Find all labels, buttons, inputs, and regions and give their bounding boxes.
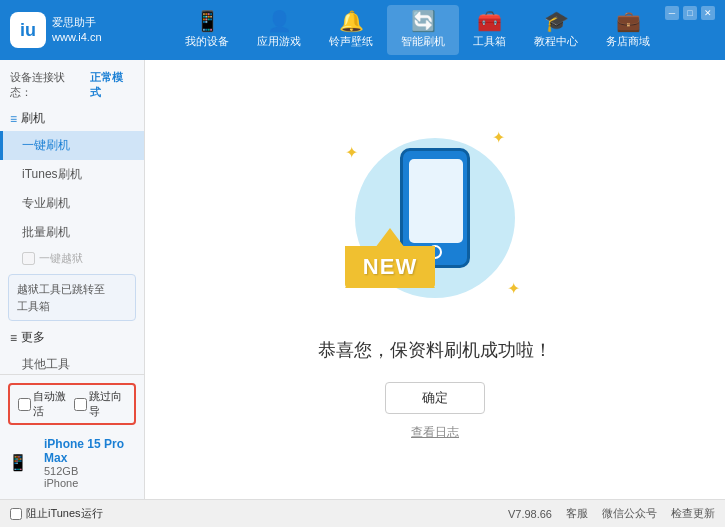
auto-activate-item: 自动激活	[18, 389, 70, 419]
sidebar-full: 设备连接状态： 正常模式 ≡ 刷机 一键刷机 iTunes刷机 专业刷机	[0, 64, 144, 499]
more-icon: ≡	[10, 331, 17, 345]
window-controls: ─ □ ✕	[665, 6, 715, 20]
sidebar-scroll: 设备连接状态： 正常模式 ≡ 刷机 一键刷机 iTunes刷机 专业刷机	[0, 64, 144, 374]
tab-my-device[interactable]: 📱 我的设备	[171, 5, 243, 55]
sidebar-item-pro-flash[interactable]: 专业刷机	[0, 189, 144, 218]
flash-section-icon: ≡	[10, 112, 17, 126]
nav-tabs: 📱 我的设备 👤 应用游戏 🔔 铃声壁纸 🔄 智能刷机 🧰 工具箱 🎓 教程中心…	[120, 5, 715, 55]
content-area: NEW ✦ ✦ ✦ 恭喜您，保资料刷机成功啦！ 确定 查看日志	[145, 60, 725, 499]
auto-actions: 自动激活 跳过向导	[8, 383, 136, 425]
auto-guide-item: 跳过向导	[74, 389, 126, 419]
top-bar: iu 爱思助手 www.i4.cn 📱 我的设备 👤 应用游戏 🔔 铃声壁纸 🔄…	[0, 0, 725, 60]
auto-activate-checkbox[interactable]	[18, 398, 31, 411]
minimize-button[interactable]: ─	[665, 6, 679, 20]
bottom-bar: 阻止iTunes运行 V7.98.66 客服 微信公众号 检查更新	[0, 499, 725, 527]
sparkle-2-icon: ✦	[492, 128, 505, 147]
bottom-link-update[interactable]: 检查更新	[671, 506, 715, 521]
device-row: 📱 iPhone 15 Pro Max 512GB iPhone	[0, 429, 144, 495]
device-phone-icon: 📱	[8, 453, 28, 472]
logo-icon: iu	[10, 12, 46, 48]
sidebar-item-itunes-flash[interactable]: iTunes刷机	[0, 160, 144, 189]
logo-text: 爱思助手 www.i4.cn	[52, 15, 102, 46]
log-link[interactable]: 查看日志	[411, 424, 459, 441]
toolbox-icon: 🧰	[477, 11, 502, 31]
new-ribbon: NEW	[345, 228, 435, 288]
bottom-left: 阻止iTunes运行	[10, 506, 155, 521]
sparkle-3-icon: ✦	[507, 279, 520, 298]
device-info: iPhone 15 Pro Max 512GB iPhone	[34, 433, 136, 491]
tutorials-icon: 🎓	[544, 11, 569, 31]
sidebar-item-batch-flash[interactable]: 批量刷机	[0, 218, 144, 247]
tab-apps-games[interactable]: 👤 应用游戏	[243, 5, 315, 55]
bottom-right: V7.98.66 客服 微信公众号 检查更新	[508, 506, 715, 521]
sidebar: 设备连接状态： 正常模式 ≡ 刷机 一键刷机 iTunes刷机 专业刷机	[0, 60, 145, 499]
logo-area: iu 爱思助手 www.i4.cn	[10, 12, 120, 48]
tab-toolbox[interactable]: 🧰 工具箱	[459, 5, 520, 55]
bottom-link-customer[interactable]: 客服	[566, 506, 588, 521]
tab-ringtones[interactable]: 🔔 铃声壁纸	[315, 5, 387, 55]
my-device-icon: 📱	[195, 11, 220, 31]
sidebar-jailbreak-note: 越狱工具已跳转至 工具箱	[8, 274, 136, 321]
apps-games-icon: 👤	[267, 11, 292, 31]
bottom-link-wechat[interactable]: 微信公众号	[602, 506, 657, 521]
tab-smart-flash[interactable]: 🔄 智能刷机	[387, 5, 459, 55]
ribbon-body: NEW	[345, 246, 435, 288]
more-section-header: ≡ 更多	[0, 325, 144, 350]
jailbreak-checkbox	[22, 252, 35, 265]
services-icon: 💼	[616, 11, 641, 31]
smart-flash-icon: 🔄	[411, 11, 436, 31]
close-button[interactable]: ✕	[701, 6, 715, 20]
sparkle-1-icon: ✦	[345, 143, 358, 162]
sidebar-disabled-jailbreak: 一键越狱	[0, 247, 144, 270]
sidebar-status: 设备连接状态： 正常模式	[0, 64, 144, 106]
success-illustration: NEW ✦ ✦ ✦	[335, 118, 535, 318]
auto-guide-checkbox[interactable]	[74, 398, 87, 411]
success-message: 恭喜您，保资料刷机成功啦！	[318, 338, 552, 362]
sidebar-item-other-tools[interactable]: 其他工具	[0, 350, 144, 374]
itunes-block-checkbox[interactable]	[10, 508, 22, 520]
sidebar-item-one-key-flash[interactable]: 一键刷机	[0, 131, 144, 160]
tab-tutorials[interactable]: 🎓 教程中心	[520, 5, 592, 55]
main-layout: 设备连接状态： 正常模式 ≡ 刷机 一键刷机 iTunes刷机 专业刷机	[0, 60, 725, 499]
confirm-button[interactable]: 确定	[385, 382, 485, 414]
logo-char: iu	[20, 20, 36, 41]
sidebar-footer: 自动激活 跳过向导 📱 iPhone 15 Pro Max 512GB iPho…	[0, 374, 144, 499]
flash-section-header: ≡ 刷机	[0, 106, 144, 131]
ringtones-icon: 🔔	[339, 11, 364, 31]
maximize-button[interactable]: □	[683, 6, 697, 20]
tab-services[interactable]: 💼 务店商域	[592, 5, 664, 55]
